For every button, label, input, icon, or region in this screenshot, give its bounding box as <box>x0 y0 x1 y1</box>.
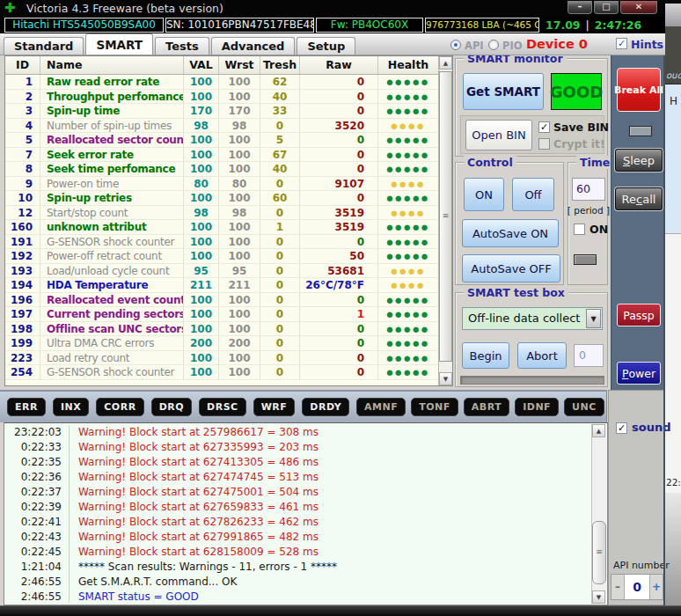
cell-wrst: 200 <box>219 336 260 350</box>
table-row[interactable]: 191G-SENSOR shock counter10010000●●●●● <box>5 235 438 250</box>
column-header-name[interactable]: Name <box>40 56 184 74</box>
timer-group: Timer 60 [ period ] ON <box>568 162 608 285</box>
table-row[interactable]: 9Power-on time808009107●●●● <box>5 177 438 192</box>
status-indicator-idnf: IDNF <box>515 398 559 416</box>
cell-id: 194 <box>5 278 40 292</box>
table-row[interactable]: 197Current pending sectors10010001●●●●● <box>5 307 438 322</box>
scrollbar-thumb[interactable]: ≡ <box>439 71 452 362</box>
smart-off-button[interactable]: Off <box>512 178 554 211</box>
status-indicator-err: ERR <box>7 398 46 416</box>
log-scrollbar[interactable]: ▲ ≡ ▼ <box>591 424 606 604</box>
health-dots: ●●●●● <box>378 104 438 118</box>
table-row[interactable]: 254G-SENSOR shock counter10010000●●●●● <box>5 365 438 380</box>
table-row[interactable]: 193Load/unload cycle count9595053681●●●● <box>5 264 438 279</box>
log-row: 0:22:33Warning! Block start at 627335993… <box>4 440 589 455</box>
power-button[interactable]: Power <box>617 362 661 385</box>
get-smart-button[interactable]: Get SMART <box>463 73 544 110</box>
smart-on-button[interactable]: ON <box>464 178 504 211</box>
cell-tresh: 0 <box>260 206 300 220</box>
close-button[interactable]: ✕ <box>620 1 657 14</box>
abort-button[interactable]: Abort <box>517 342 567 369</box>
status-indicator-drsc: DRSC <box>199 398 246 416</box>
cell-tresh: 0 <box>260 351 300 365</box>
scroll-down-icon[interactable]: ▼ <box>439 372 452 385</box>
api-number-increment[interactable]: + <box>649 575 663 599</box>
column-header-val[interactable]: VAL <box>184 56 219 74</box>
tab-tests[interactable]: Tests <box>155 37 209 55</box>
cell-wrst: 100 <box>219 75 260 89</box>
drive-serial: SN: 101016PBN47517FBE48B <box>165 18 314 33</box>
table-row[interactable]: 7Seek error rate100100670●●●●● <box>5 148 438 163</box>
pio-radio[interactable] <box>488 40 499 50</box>
break-all-button[interactable]: Break All <box>617 68 661 112</box>
tab-setup[interactable]: Setup <box>297 37 355 55</box>
table-row[interactable]: 4Number of spin-up times989803520●●●● <box>5 119 438 134</box>
cell-name: HDA Temperature <box>40 278 184 292</box>
sleep-button[interactable]: Sleep <box>615 149 663 172</box>
table-row[interactable]: 3Spin-up time170170330●●●●● <box>5 104 438 119</box>
tab-standard[interactable]: Standard <box>4 37 84 55</box>
table-row[interactable]: 12Start/stop count989803519●●●● <box>5 206 438 221</box>
log-scroll-down-icon[interactable]: ▼ <box>592 590 605 604</box>
grip-icon: ≡ <box>593 547 605 556</box>
table-row[interactable]: 2Throughput perfomance100100400●●●●● <box>5 90 438 105</box>
save-bin-label: Save BIN <box>553 121 609 134</box>
tab-advanced[interactable]: Advanced <box>211 37 296 55</box>
passp-button[interactable]: Passp <box>617 304 661 326</box>
table-row[interactable]: 223Load retry count10010000●●●●● <box>5 351 438 366</box>
begin-button[interactable]: Begin <box>462 342 509 369</box>
restore-button[interactable]: □ <box>594 1 619 14</box>
health-dots: ●●●● <box>378 206 438 220</box>
date: 17.09 <box>546 18 581 32</box>
table-row[interactable]: 192Power-off retract count100100050●●●●● <box>5 249 438 264</box>
timer-period-input[interactable]: 60 <box>572 178 605 201</box>
column-header-wrst[interactable]: Wrst <box>219 56 260 74</box>
test-counter-field[interactable]: 0 <box>574 344 604 367</box>
cell-raw: 3519 <box>300 220 378 234</box>
autosave-off-button[interactable]: AutoSave OFF <box>462 254 560 282</box>
hints-checkbox[interactable]: ✓ <box>616 38 627 49</box>
table-scrollbar[interactable]: ▲ ≡ ▼ <box>438 56 452 385</box>
health-dots: ●●●● <box>378 264 438 278</box>
table-row[interactable]: 196Reallocated event count10010000●●●●● <box>5 293 438 308</box>
log-time: 0:22:35 <box>4 455 70 470</box>
open-bin-button[interactable]: Open BIN <box>465 120 532 150</box>
test-selected-value: Off-line data collect <box>468 312 580 325</box>
column-header-health[interactable]: Health <box>378 56 438 74</box>
api-number-value[interactable]: 0 <box>625 575 649 599</box>
tab-smart[interactable]: SMART <box>85 33 153 55</box>
recall-button[interactable]: Recall <box>615 187 663 210</box>
table-row[interactable]: 199Ultra DMA CRC errors20020000●●●●● <box>5 336 438 351</box>
hints-label: Hints <box>631 38 663 51</box>
smart-status-badge: GOOD <box>551 73 602 110</box>
table-row[interactable]: 160unknown attribut10010013519●●●●● <box>5 220 438 235</box>
table-row[interactable]: 1Raw read error rate100100620●●●●● <box>5 75 438 90</box>
column-header-tresh[interactable]: Tresh <box>260 56 300 74</box>
background-window-blue-area: H <box>665 84 681 233</box>
timer-on-checkbox[interactable] <box>574 224 585 235</box>
log-scrollbar-thumb[interactable]: ≡ <box>592 521 606 584</box>
crypt-checkbox[interactable] <box>538 138 550 150</box>
drive-model: Hitachi HTS545050B9SA00 <box>4 18 164 33</box>
column-header-raw[interactable]: Raw <box>300 56 378 74</box>
api-radio[interactable] <box>450 40 461 50</box>
dropdown-arrow-icon[interactable]: ▼ <box>586 309 601 328</box>
save-bin-checkbox[interactable]: ✓ <box>538 121 550 133</box>
health-dots: ●●●●● <box>378 249 438 263</box>
column-header-id[interactable]: ID <box>5 56 40 74</box>
autosave-on-button[interactable]: AutoSave ON <box>462 219 559 247</box>
table-row[interactable]: 8Seek time perfomance100100400●●●●● <box>5 162 438 177</box>
table-row[interactable]: 194HDA Temperature211211026°C/78°F●●●● <box>5 278 438 293</box>
test-select-dropdown[interactable]: Off-line data collect ▼ <box>462 307 603 330</box>
log-area[interactable]: 23:22:03Warning! Block start at 25798661… <box>4 422 608 605</box>
table-row[interactable]: 198Offline scan UNC sectors10010000●●●●● <box>5 322 438 337</box>
health-dots: ●●●●● <box>378 322 438 336</box>
log-scroll-up-icon[interactable]: ▲ <box>592 424 605 437</box>
health-dots: ●●●●● <box>378 235 438 249</box>
minimize-button[interactable]: – <box>568 1 592 14</box>
sound-checkbox[interactable]: ✓ <box>616 422 627 434</box>
api-number-decrement[interactable]: – <box>611 575 625 599</box>
table-row[interactable]: 10Spin-up retries100100600●●●●● <box>5 191 438 206</box>
scroll-up-icon[interactable]: ▲ <box>439 56 452 70</box>
table-row[interactable]: 5Reallocated sector count10010050●●●●● <box>5 133 438 148</box>
